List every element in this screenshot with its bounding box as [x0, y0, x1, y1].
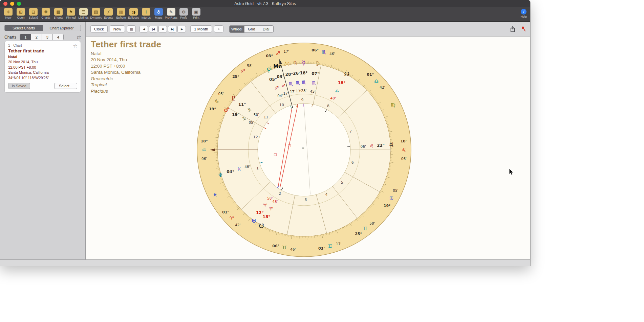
- view-tab-dial[interactable]: Dial: [259, 26, 273, 32]
- midheaven-sign-icon: ♐: [281, 83, 286, 88]
- house-number-6: 6: [351, 160, 354, 165]
- cusp-5-sign-icon: ♊: [363, 226, 367, 232]
- toolbar-item-charts[interactable]: ☸Charts: [40, 8, 52, 19]
- toolbar-item-prefs[interactable]: ⚙Prefs: [177, 8, 190, 19]
- view-tab-wheel[interactable]: Wheel: [230, 26, 244, 32]
- play-back-button[interactable]: ◀: [139, 26, 148, 32]
- sun-glyph: ☉: [284, 61, 290, 68]
- pluto-sign-icon: ♑: [247, 107, 252, 113]
- uranus-sign-icon: ♈: [263, 203, 267, 208]
- chart-area[interactable]: Tether first trade Natal20 Nov 2014, Thu…: [86, 37, 530, 259]
- toolbar-item-listings[interactable]: ☰Listings: [77, 8, 90, 19]
- help-label: Help: [520, 15, 527, 18]
- charts-label: Charts: [4, 35, 16, 40]
- neptune-minutes: 48': [244, 165, 250, 169]
- chart-slot-4[interactable]: 4: [52, 34, 63, 40]
- toolbar-item-events[interactable]: ⚡Events: [102, 8, 115, 19]
- chart-slot-3[interactable]: 3: [42, 34, 52, 40]
- north-node-sign-icon: ♎: [335, 88, 340, 94]
- cusp-9-sign-icon: ♏: [321, 49, 326, 55]
- south-node-sign-icon: ♈: [269, 206, 273, 211]
- help-button[interactable]: i Help: [520, 8, 527, 18]
- dynamic-icon: ▤: [92, 8, 100, 16]
- cusp-8-sign-icon: ♎: [374, 78, 379, 84]
- sidebar-tab-chart-explorer[interactable]: Chart Explorer: [43, 25, 81, 31]
- select-chart-button[interactable]: Select...: [54, 83, 77, 89]
- chart-slot-2[interactable]: 2: [31, 34, 42, 40]
- chart-header-line: Natal: [91, 51, 161, 56]
- skip-to-start-button[interactable]: |◀: [149, 26, 157, 32]
- subsid-icon: ⊟: [29, 8, 38, 16]
- toolbar-item-print[interactable]: ▣Print: [190, 8, 202, 19]
- window-title: Astro Gold - v5.7.3 - Kathryn Silas: [234, 1, 296, 6]
- mars-glyph: ♂: [224, 106, 229, 113]
- mercury-sign-icon: ♏: [302, 79, 306, 85]
- chart-header: Tether first trade Natal20 Nov 2014, Thu…: [91, 39, 161, 94]
- skip-to-end-button[interactable]: ▶|: [168, 26, 176, 32]
- toolbar-item-open[interactable]: ⊞Open: [15, 8, 27, 19]
- search-icon: [218, 27, 220, 31]
- toolbar-item-new[interactable]: ☼New: [2, 8, 15, 19]
- share-icon[interactable]: [510, 26, 515, 32]
- toolbar-item-label: Subsid: [29, 16, 38, 19]
- toolbar-item-sheets[interactable]: ▦Sheets: [52, 8, 65, 19]
- toolbar-item-dynamic[interactable]: ▤Dynamic: [90, 8, 102, 19]
- new-chart-icon: ☼: [4, 8, 13, 16]
- toolbar-item-eclipses[interactable]: ◑Eclipses: [127, 8, 140, 19]
- mars-degree: 19°: [232, 112, 240, 117]
- toolbar-item-subsid[interactable]: ⊟Subsid: [27, 8, 40, 19]
- chart-card[interactable]: 1 - Chart ☆ Tether first trade Natal 20 …: [4, 41, 81, 93]
- calendar-button[interactable]: ▦: [127, 25, 136, 32]
- swap-charts-icon[interactable]: ⇄: [77, 34, 81, 40]
- charts-icon: ☸: [42, 8, 50, 16]
- toolbar-item-pro-reps[interactable]: ✎Pro Reps: [165, 8, 177, 19]
- zoom-button[interactable]: [17, 2, 21, 6]
- sheets-icon: ▦: [54, 8, 63, 16]
- cusp-11-degree: 25°: [232, 74, 239, 79]
- pluto-glyph: ♇: [231, 95, 236, 102]
- saturn-glyph: ♄: [293, 60, 299, 67]
- venus-sign-icon: ♐: [275, 85, 279, 91]
- aspect-glyph: □: [274, 153, 277, 156]
- eclipses-icon: ◑: [129, 8, 138, 16]
- toolbar-item-label: Prefs: [180, 16, 187, 19]
- toolbar-items: ☼New⊞Open⊟Subsid☸Charts▦Sheets⚑Pinned☰Li…: [2, 8, 202, 19]
- pin-icon[interactable]: [521, 26, 526, 32]
- pluto-degree: 11°: [238, 102, 246, 107]
- moon-sign-icon: ♏: [312, 80, 316, 86]
- toolbar-item-label: Listings: [78, 16, 89, 19]
- search-button[interactable]: [214, 25, 223, 32]
- chart-header-line: Santa Monica, California: [91, 70, 161, 75]
- toolbar-item-interps[interactable]: iInterps: [140, 8, 152, 19]
- sun-minutes: 17': [290, 90, 295, 94]
- midheaven-minutes: 17': [283, 91, 288, 95]
- view-tab-grid[interactable]: Grid: [244, 26, 259, 32]
- favorite-star-icon[interactable]: ☆: [73, 43, 78, 49]
- cusp-12-minutes: 05': [218, 92, 224, 96]
- now-button[interactable]: Now: [110, 25, 125, 32]
- cusp-6-degree: 19°: [384, 204, 391, 208]
- chart-header-setting: Placidus: [91, 89, 161, 94]
- step-period-button[interactable]: 1 Month: [190, 25, 212, 32]
- chart-slot-1[interactable]: 1: [20, 34, 31, 40]
- cusp-5-degree: 25°: [355, 232, 362, 236]
- toolbar-item-maps[interactable]: ♁Maps: [152, 8, 165, 19]
- cusp-2-degree: 01°: [222, 210, 229, 214]
- toolbar-item-pinned[interactable]: ⚑Pinned: [65, 8, 77, 19]
- ephemeris-icon: ▥: [117, 8, 125, 16]
- house-number-10: 10: [279, 103, 284, 107]
- play-forward-button[interactable]: ▶: [177, 26, 186, 32]
- sidebar-tabs: Select ChartsChart Explorer: [4, 25, 81, 31]
- minimize-button[interactable]: [10, 2, 14, 6]
- cusp-10-degree: 03°: [266, 54, 273, 58]
- moon-glyph: ☽: [314, 60, 320, 67]
- uranus-glyph: ♅: [251, 217, 256, 225]
- close-button[interactable]: [3, 2, 7, 6]
- cusp-1-minutes: 06': [201, 157, 207, 161]
- is-saved-button[interactable]: Is Saved: [8, 83, 30, 89]
- toolbar-item-ephem[interactable]: ▥Ephem: [115, 8, 127, 19]
- sidebar-tab-select-charts[interactable]: Select Charts: [5, 25, 43, 31]
- stop-button[interactable]: ■: [158, 26, 167, 32]
- clock-button[interactable]: Clock: [90, 25, 108, 32]
- toolbar-item-label: Interps: [142, 16, 151, 19]
